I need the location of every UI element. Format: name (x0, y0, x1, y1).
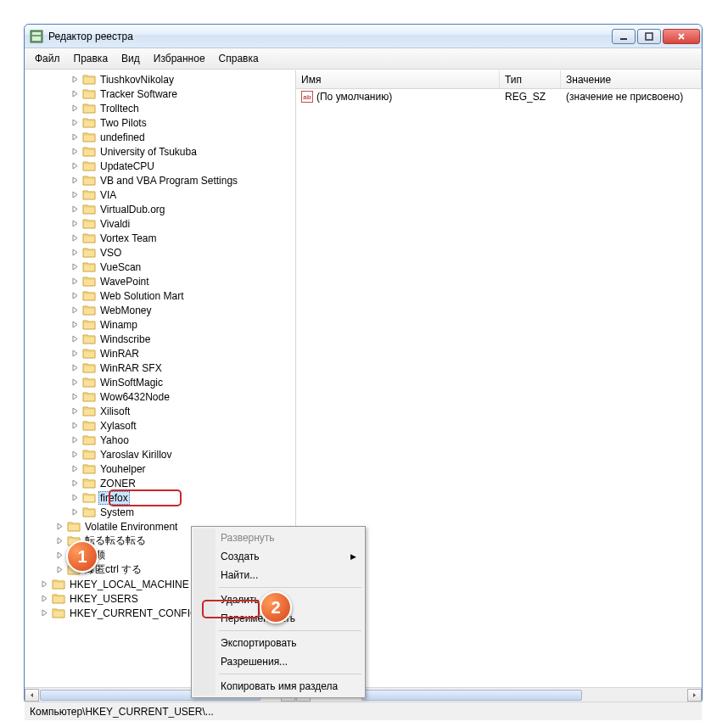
expander-icon[interactable] (70, 435, 80, 445)
folder-icon (52, 607, 65, 618)
folder-icon (82, 175, 96, 186)
maximize-button[interactable] (637, 29, 661, 44)
scroll-right-button[interactable] (687, 689, 702, 702)
expander-icon[interactable] (70, 204, 80, 214)
tree-item[interactable]: Vortex Team (70, 231, 295, 245)
tree-item[interactable]: WinSoftMagic (70, 375, 295, 389)
tree-label: Xilisoft (98, 405, 132, 417)
tree-item[interactable]: VSO (70, 245, 295, 260)
expander-icon[interactable] (70, 291, 80, 300)
callout-2: 2 (260, 591, 292, 624)
menu-edit[interactable]: Правка (67, 51, 115, 66)
expander-icon[interactable] (70, 464, 80, 473)
tree-item[interactable]: Youhelper (70, 461, 295, 476)
tree-item[interactable]: Yaroslav Kirillov (70, 447, 295, 461)
expander-icon[interactable] (70, 190, 80, 199)
expander-icon[interactable] (70, 233, 80, 243)
col-value[interactable]: Значение (561, 70, 702, 88)
expander-icon[interactable] (70, 349, 80, 358)
expander-icon[interactable] (70, 248, 80, 257)
tree-item[interactable]: undefined (70, 130, 295, 144)
expander-icon[interactable] (70, 392, 80, 401)
expander-icon[interactable] (70, 176, 80, 185)
expander-icon[interactable] (70, 450, 80, 459)
folder-icon (67, 521, 81, 532)
tree-label: VB and VBA Program Settings (98, 175, 239, 187)
expander-icon[interactable] (70, 478, 80, 488)
expander-icon[interactable] (70, 507, 80, 517)
expander-icon[interactable] (40, 579, 49, 589)
tree-item[interactable]: Web Solution Mart (70, 288, 295, 303)
ctx-export[interactable]: Экспортировать (193, 634, 363, 652)
scroll-left-button[interactable] (25, 689, 39, 702)
expander-icon[interactable] (70, 75, 80, 84)
list-row[interactable]: ab (По умолчанию) REG_SZ (значение не пр… (296, 89, 702, 104)
tree-item[interactable]: Windscribe (70, 332, 295, 346)
expander-icon[interactable] (55, 522, 64, 531)
tree-item[interactable]: University of Tsukuba (70, 144, 295, 159)
tree-item[interactable]: ZONER (70, 476, 295, 490)
expander-icon[interactable] (70, 377, 80, 387)
expander-icon[interactable] (55, 551, 64, 560)
titlebar[interactable]: Редактор реестра (25, 25, 702, 48)
expander-icon[interactable] (70, 493, 80, 502)
tree-item[interactable]: Trolltech (70, 101, 295, 115)
tree-item[interactable]: Xilisoft (70, 404, 295, 418)
tree-item[interactable]: WavePoint (70, 274, 295, 288)
tree-item[interactable]: Vivaldi (70, 216, 295, 231)
menu-view[interactable]: Вид (115, 51, 147, 66)
col-type[interactable]: Тип (500, 70, 561, 88)
expander-icon[interactable] (70, 262, 80, 271)
expander-icon[interactable] (70, 118, 80, 127)
expander-icon[interactable] (55, 565, 64, 574)
expander-icon[interactable] (70, 161, 80, 171)
tree-item[interactable]: firefox (70, 490, 295, 505)
expander-icon[interactable] (70, 219, 80, 228)
expander-icon[interactable] (70, 305, 80, 315)
tree-item[interactable]: WebMoney (70, 303, 295, 317)
tree-item[interactable]: VueScan (70, 260, 295, 274)
expander-icon[interactable] (70, 103, 80, 113)
folder-icon (82, 160, 96, 171)
tree-item[interactable]: Winamp (70, 317, 295, 332)
tree-item[interactable]: WinRAR (70, 346, 295, 361)
tree-item[interactable]: Tracker Software (70, 87, 295, 101)
folder-icon (82, 146, 96, 157)
expander-icon[interactable] (70, 406, 80, 416)
ctx-find[interactable]: Найти... (193, 566, 363, 584)
expander-icon[interactable] (40, 594, 49, 603)
tree-item[interactable]: Xylasoft (70, 418, 295, 433)
tree-label: HKEY_LOCAL_MACHINE (68, 579, 191, 590)
folder-icon (82, 449, 96, 460)
expander-icon[interactable] (70, 132, 80, 142)
tree-item[interactable]: UpdateCPU (70, 159, 295, 173)
ctx-create[interactable]: Создать▶ (193, 547, 363, 566)
tree-item[interactable]: Two Pilots (70, 115, 295, 130)
expander-icon[interactable] (70, 334, 80, 344)
menu-file[interactable]: Файл (28, 51, 67, 66)
col-name[interactable]: Имя (296, 70, 500, 88)
ctx-expand[interactable]: Развернуть (193, 528, 363, 547)
ctx-copy-key-name[interactable]: Копировать имя раздела (193, 677, 363, 696)
tree-item[interactable]: Wow6432Node (70, 389, 295, 404)
expander-icon[interactable] (70, 147, 80, 156)
menu-help[interactable]: Справка (212, 51, 266, 66)
expander-icon[interactable] (55, 536, 64, 545)
tree-item[interactable]: Yahoo (70, 433, 295, 447)
close-button[interactable] (663, 29, 700, 44)
menu-favorites[interactable]: Избранное (147, 51, 212, 66)
expander-icon[interactable] (70, 421, 80, 430)
expander-icon[interactable] (70, 320, 80, 329)
minimize-button[interactable] (612, 29, 636, 44)
expander-icon[interactable] (70, 277, 80, 286)
tree-item[interactable]: System (70, 505, 295, 519)
expander-icon[interactable] (70, 363, 80, 372)
ctx-permissions[interactable]: Разрешения... (193, 652, 363, 671)
tree-item[interactable]: VIA (70, 187, 295, 202)
tree-item[interactable]: TiushkovNikolay (70, 72, 295, 87)
tree-item[interactable]: WinRAR SFX (70, 361, 295, 375)
tree-item[interactable]: VirtualDub.org (70, 202, 295, 216)
expander-icon[interactable] (40, 608, 49, 618)
expander-icon[interactable] (70, 89, 80, 98)
tree-item[interactable]: VB and VBA Program Settings (70, 173, 295, 187)
